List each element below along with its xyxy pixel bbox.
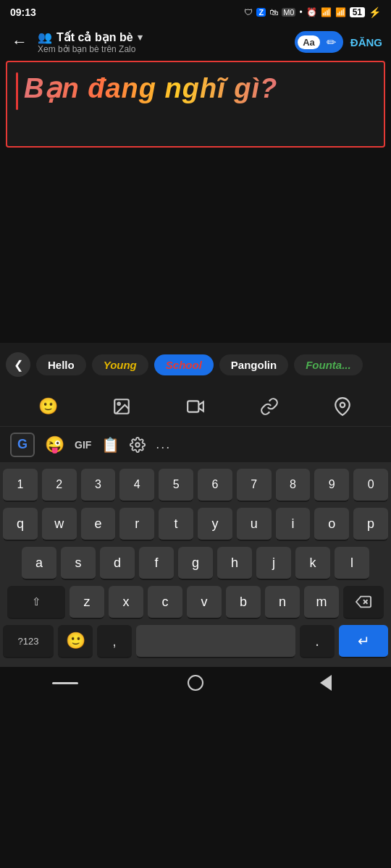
image-toolbar-button[interactable] bbox=[108, 393, 135, 420]
dot-icon: • bbox=[299, 7, 302, 17]
key-2[interactable]: 2 bbox=[42, 469, 77, 502]
title-text: Tất cả bạn bè bbox=[56, 30, 133, 44]
key-8[interactable]: 8 bbox=[276, 469, 311, 502]
key-k[interactable]: k bbox=[295, 547, 330, 580]
key-7[interactable]: 7 bbox=[237, 469, 272, 502]
key-v[interactable]: v bbox=[187, 586, 222, 619]
period-key[interactable]: . bbox=[300, 625, 335, 658]
key-s[interactable]: s bbox=[61, 547, 96, 580]
key-m[interactable]: m bbox=[304, 586, 339, 619]
dropdown-arrow-icon[interactable]: ▾ bbox=[138, 32, 143, 43]
post-text-content: Bạn đang nghĩ gì? bbox=[24, 72, 277, 106]
google-g-icon: G bbox=[17, 437, 28, 452]
key-q[interactable]: q bbox=[3, 508, 38, 541]
space-key[interactable] bbox=[136, 625, 295, 658]
comma-key[interactable]: , bbox=[97, 625, 132, 658]
wifi-icon: 📶 bbox=[321, 7, 332, 17]
key-a[interactable]: a bbox=[22, 547, 56, 580]
key-d[interactable]: d bbox=[100, 547, 135, 580]
numbers-toggle-key[interactable]: ?123 bbox=[3, 625, 54, 658]
toggle-aa-label: Aa bbox=[298, 35, 320, 49]
numbers-toggle-label: ?123 bbox=[18, 636, 39, 647]
key-n[interactable]: n bbox=[265, 586, 300, 619]
emoji-icon: 🙂 bbox=[38, 397, 58, 416]
key-z[interactable]: z bbox=[70, 586, 104, 619]
nav-home-button[interactable] bbox=[130, 670, 261, 696]
key-j[interactable]: j bbox=[256, 547, 291, 580]
a-row: a s d f g h j k l bbox=[3, 547, 388, 580]
emoji-toolbar-button[interactable]: 🙂 bbox=[35, 393, 62, 420]
post-text-area[interactable]: Bạn đang nghĩ gì? bbox=[6, 61, 385, 148]
back-button[interactable]: ← bbox=[9, 30, 30, 54]
key-u[interactable]: u bbox=[237, 508, 272, 541]
sticker-button[interactable]: 😜 bbox=[45, 435, 64, 454]
text-format-toggle[interactable]: Aa ✏ bbox=[295, 31, 343, 53]
key-l[interactable]: l bbox=[335, 547, 369, 580]
key-1[interactable]: 1 bbox=[3, 469, 38, 502]
key-0[interactable]: 0 bbox=[353, 469, 388, 502]
font-selector-row: ❮ Hello Young School Pangolin Founta... bbox=[0, 343, 391, 386]
location-toolbar-button[interactable] bbox=[329, 393, 356, 420]
nav-back-button[interactable] bbox=[261, 670, 391, 696]
bag-icon: 🛍 bbox=[269, 7, 278, 17]
key-h[interactable]: h bbox=[217, 547, 252, 580]
zalo-icon: Z bbox=[256, 8, 266, 17]
key-e[interactable]: e bbox=[81, 508, 116, 541]
key-t[interactable]: t bbox=[159, 508, 193, 541]
status-time: 09:13 bbox=[10, 7, 36, 18]
key-y[interactable]: y bbox=[198, 508, 232, 541]
shift-key[interactable]: ⇧ bbox=[7, 586, 65, 619]
top-nav: ← 👥 Tất cả bạn bè ▾ Xem bởi bạn bè trên … bbox=[0, 23, 391, 61]
keyboard: 1 2 3 4 5 6 7 8 9 0 q w e r t y u i o p … bbox=[0, 463, 391, 667]
svg-point-1 bbox=[118, 402, 120, 404]
key-b[interactable]: b bbox=[226, 586, 261, 619]
key-4[interactable]: 4 bbox=[119, 469, 154, 502]
key-5[interactable]: 5 bbox=[159, 469, 193, 502]
font-chip-school[interactable]: School bbox=[154, 354, 214, 375]
video-toolbar-button[interactable] bbox=[182, 393, 209, 420]
z-row: ⇧ z x c v b n m bbox=[3, 586, 388, 619]
font-nav-back-button[interactable]: ❮ bbox=[6, 352, 30, 377]
keyboard-toolbar-1: 🙂 bbox=[0, 386, 391, 427]
key-r[interactable]: r bbox=[119, 508, 154, 541]
enter-key[interactable]: ↵ bbox=[339, 625, 388, 658]
key-6[interactable]: 6 bbox=[198, 469, 232, 502]
key-p[interactable]: p bbox=[353, 508, 388, 541]
key-i[interactable]: i bbox=[276, 508, 311, 541]
backspace-key[interactable] bbox=[343, 586, 384, 619]
shield-icon: 🛡 bbox=[244, 7, 253, 17]
gif-button[interactable]: GIF bbox=[75, 439, 91, 451]
key-o[interactable]: o bbox=[314, 508, 349, 541]
clipboard-button[interactable]: 📋 bbox=[101, 436, 119, 454]
comma-label: , bbox=[112, 633, 117, 650]
nav-right: Aa ✏ ĐĂNG bbox=[295, 31, 382, 53]
font-chip-fountain[interactable]: Founta... bbox=[294, 354, 363, 375]
back-icon bbox=[320, 675, 332, 691]
svg-point-4 bbox=[136, 443, 140, 447]
key-w[interactable]: w bbox=[42, 508, 77, 541]
emoji-face-icon: 🙂 bbox=[66, 631, 85, 650]
gif-label: GIF bbox=[75, 439, 91, 451]
key-3[interactable]: 3 bbox=[81, 469, 116, 502]
alarm-icon: ⏰ bbox=[306, 7, 317, 17]
nav-title: 👥 Tất cả bạn bè ▾ bbox=[38, 30, 287, 44]
font-chip-pangolin[interactable]: Pangolin bbox=[219, 354, 288, 375]
key-f[interactable]: f bbox=[139, 547, 174, 580]
font-chip-hello[interactable]: Hello bbox=[36, 354, 86, 375]
key-g[interactable]: g bbox=[178, 547, 213, 580]
key-9[interactable]: 9 bbox=[314, 469, 349, 502]
link-toolbar-button[interactable] bbox=[256, 393, 283, 420]
more-button[interactable]: ... bbox=[156, 437, 171, 452]
shift-icon: ⇧ bbox=[32, 595, 41, 608]
empty-content-area bbox=[0, 148, 391, 343]
settings-button[interactable] bbox=[130, 437, 146, 453]
emoji-key[interactable]: 🙂 bbox=[58, 625, 93, 658]
google-button[interactable]: G bbox=[10, 433, 35, 457]
key-c[interactable]: c bbox=[148, 586, 182, 619]
text-cursor bbox=[16, 72, 18, 110]
font-chip-young[interactable]: Young bbox=[92, 354, 148, 375]
key-x[interactable]: x bbox=[109, 586, 143, 619]
nav-menu-button[interactable] bbox=[0, 670, 130, 696]
home-icon bbox=[188, 675, 203, 691]
post-button[interactable]: ĐĂNG bbox=[350, 36, 382, 48]
